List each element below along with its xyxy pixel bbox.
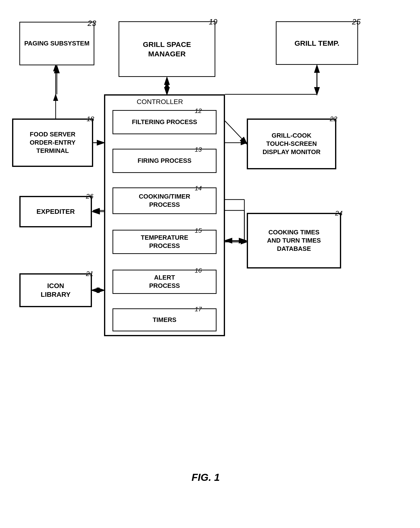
filtering-process-label: FILTERING PROCESS (132, 118, 197, 126)
expediter-box: EXPEDITER (19, 196, 92, 227)
alert-process-label: ALERTPROCESS (149, 274, 180, 290)
grill-space-manager-box: GRILL SPACEMANAGER (119, 21, 215, 77)
cooking-timer-label: COOKING/TIMERPROCESS (139, 192, 190, 209)
diagram: PAGING SUBSYSTEM 23 GRILL SPACEMANAGER 1… (0, 0, 420, 528)
timers-label: TIMERS (153, 316, 176, 324)
figure-label: FIG. 1 (181, 472, 230, 483)
cooking-timer-num: 14 (195, 185, 202, 192)
grill-cook-num: 22 (330, 115, 337, 123)
timers-num: 17 (195, 305, 202, 313)
grill-cook-box: GRILL-COOKTOUCH-SCREENDISPLAY MONITOR (247, 119, 336, 169)
temperature-process-label: TEMPERATUREPROCESS (141, 234, 188, 250)
icon-library-label: ICONLIBRARY (41, 282, 70, 299)
grill-temp-num: 25 (352, 17, 361, 26)
paging-subsystem-num: 23 (88, 19, 96, 28)
food-server-num: 18 (87, 115, 94, 123)
firing-process-num: 13 (195, 146, 202, 153)
controller-outer-box: CONTROLLER FILTERING PROCESS 12 FIRING P… (104, 94, 225, 336)
cooking-times-box: COOKING TIMESAND TURN TIMESDATABASE (247, 213, 341, 268)
food-server-label: FOOD SERVERORDER-ENTRYTERMINAL (30, 130, 76, 155)
expediter-num: 26 (86, 192, 93, 200)
cooking-times-num: 24 (335, 209, 343, 217)
grill-space-manager-num: 19 (209, 17, 217, 26)
grill-temp-label: GRILL TEMP. (294, 38, 339, 48)
paging-subsystem-label: PAGING SUBSYSTEM (24, 39, 90, 48)
firing-process-label: FIRING PROCESS (138, 157, 191, 165)
expediter-label: EXPEDITER (36, 207, 75, 216)
grill-space-manager-label: GRILL SPACEMANAGER (143, 40, 191, 59)
icon-library-box: ICONLIBRARY (19, 273, 92, 307)
grill-cook-label: GRILL-COOKTOUCH-SCREENDISPLAY MONITOR (263, 132, 320, 156)
icon-library-num: 21 (86, 270, 93, 278)
grill-temp-box: GRILL TEMP. (276, 21, 358, 65)
alert-process-num: 16 (195, 267, 202, 274)
food-server-box: FOOD SERVERORDER-ENTRYTERMINAL (12, 119, 93, 167)
paging-subsystem-box: PAGING SUBSYSTEM (19, 22, 94, 65)
controller-label: CONTROLLER (137, 98, 183, 106)
temperature-process-num: 15 (195, 227, 202, 234)
filtering-process-num: 12 (195, 107, 202, 115)
cooking-times-label: COOKING TIMESAND TURN TIMESDATABASE (267, 228, 321, 253)
